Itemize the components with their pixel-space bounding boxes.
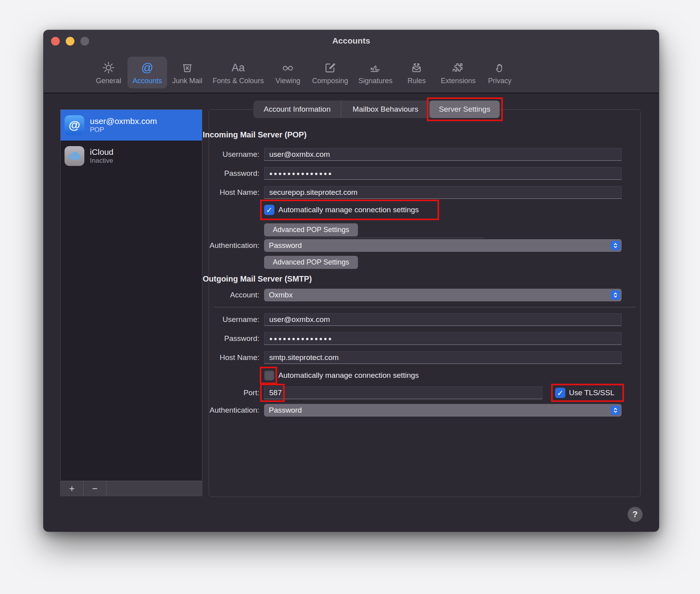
incoming-hostname-input[interactable]: securepop.siteprotect.com [264,186,622,199]
outgoing-account-select[interactable]: Oxmbx [264,289,622,301]
use-tls-ssl-checkbox[interactable]: ✓ [555,388,565,398]
outgoing-port-row: Port: 587 [162,386,622,399]
incoming-authentication-row: Authentication: Password [162,239,622,252]
at-icon: @ [141,61,153,75]
toolbar-item-viewing[interactable]: Viewing [269,57,307,88]
window-title: Accounts [44,36,659,46]
toolbar-item-extensions[interactable]: Extensions [436,57,481,88]
incoming-username-label: Username: [162,150,259,159]
account-subtitle: Inactive [90,157,114,165]
outgoing-authentication-value: Password [269,406,302,415]
toolbar-item-rules[interactable]: Rules [398,57,436,88]
outgoing-hostname-label: Host Name: [162,353,259,362]
outgoing-password-label: Password: [162,334,259,343]
toolbar-item-composing[interactable]: Composing [307,57,353,88]
chevron-up-down-icon [611,241,620,250]
outgoing-password-input[interactable]: ●●●●●●●●●●●●●● [264,332,622,345]
toolbar-item-fonts-colours[interactable]: Aa Fonts & Colours [207,57,269,88]
outgoing-authentication-row: Authentication: Password [162,404,622,417]
advanced-pop-settings-button-1[interactable]: Advanced POP Settings [264,223,358,236]
sidebar-bar-filler [107,481,202,496]
outgoing-username-input[interactable]: user@oxmbx.com [264,313,622,326]
tab-account-information[interactable]: Account Information [253,101,341,118]
outgoing-section-heading: Outgoing Mail Server (SMTP) [203,272,312,285]
outgoing-account-label: Account: [162,291,259,299]
titlebar-toolbar: Accounts General @ Accounts Junk Mail Aa [44,30,659,93]
gear-icon [102,61,115,75]
toolbar-item-privacy[interactable]: Privacy [481,57,519,88]
toolbar-item-accounts[interactable]: @ Accounts [127,57,167,88]
toolbar-label: Rules [407,77,426,85]
outgoing-authentication-select[interactable]: Password [264,404,622,417]
chevron-up-down-icon [611,290,620,300]
account-row-oxmbx[interactable]: @ user@oxmbx.com POP [61,110,202,141]
outgoing-authentication-label: Authentication: [162,406,259,415]
incoming-username-input[interactable]: user@oxmbx.com [264,148,622,161]
outgoing-auto-manage-label: Automatically manage connection settings [278,371,419,380]
outgoing-hostname-input[interactable]: smtp.siteprotect.com [264,351,622,364]
account-title: iCloud [90,147,114,157]
toolbar-item-signatures[interactable]: Signatures [353,57,398,88]
use-tls-ssl-group: ✓ Use TLS/SSL [555,386,614,399]
incoming-auto-manage-label: Automatically manage connection settings [278,206,419,214]
tab-mailbox-behaviours[interactable]: Mailbox Behaviours [341,101,430,118]
incoming-password-row: Password: ●●●●●●●●●●●●●● [162,167,622,180]
account-title: user@oxmbx.com [90,116,157,126]
toolbar-label: Privacy [488,77,512,85]
incoming-hostname-row: Host Name: securepop.siteprotect.com [162,186,622,199]
toolbar-label: Signatures [358,77,392,85]
toolbar-label: Junk Mail [172,77,202,85]
account-tabs: Account Information Mailbox Behaviours S… [253,101,500,118]
outgoing-password-row: Password: ●●●●●●●●●●●●●● [162,332,622,345]
use-tls-ssl-label: Use TLS/SSL [569,388,614,397]
toolbar-label: Accounts [133,77,162,85]
outgoing-username-label: Username: [162,315,259,324]
outgoing-username-row: Username: user@oxmbx.com [162,313,622,326]
toolbar-item-general[interactable]: General [89,57,127,88]
advanced-pop-settings-button-2[interactable]: Advanced POP Settings [264,256,358,269]
icloud-cloud-icon [65,146,84,166]
junk-bin-icon [181,61,194,75]
puzzle-icon [452,61,464,75]
accounts-preferences-window: Accounts General @ Accounts Junk Mail Aa [44,30,659,531]
toolbar-label: Composing [312,77,348,85]
chevron-up-down-icon [611,406,620,415]
add-account-button[interactable]: + [61,481,84,496]
fonts-aa-icon: Aa [232,61,245,75]
toolbar-item-junk-mail[interactable]: Junk Mail [167,57,207,88]
incoming-section-heading: Incoming Mail Server (POP) [203,128,306,141]
advanced-pop-settings-row-2: Advanced POP Settings [264,256,358,269]
outgoing-account-value: Oxmbx [269,291,293,299]
compose-icon [324,61,337,75]
at-account-icon: @ [65,115,84,135]
desktop-background: { "window": { "title": "Accounts" }, "to… [0,0,700,594]
rules-envelope-icon [410,61,423,75]
separator-line [264,238,484,238]
toolbar-label: Fonts & Colours [213,77,264,85]
help-button[interactable]: ? [628,507,643,522]
outgoing-hostname-row: Host Name: smtp.siteprotect.com [162,351,622,364]
tab-server-settings[interactable]: Server Settings [430,101,500,118]
incoming-auto-manage-row: ✓ Automatically manage connection settin… [264,203,419,217]
toolbar-label: Viewing [276,77,301,85]
outgoing-port-label: Port: [162,388,259,397]
glasses-icon [281,61,295,75]
preferences-toolbar: General @ Accounts Junk Mail Aa Fonts & … [89,57,519,88]
separator-line [214,307,635,307]
incoming-auto-manage-checkbox[interactable]: ✓ [264,205,274,215]
incoming-password-label: Password: [162,169,259,178]
outgoing-port-input[interactable]: 587 [264,386,542,399]
toolbar-label: General [96,77,121,85]
toolbar-label: Extensions [441,77,476,85]
incoming-password-input[interactable]: ●●●●●●●●●●●●●● [264,167,622,180]
incoming-authentication-label: Authentication: [162,241,259,250]
advanced-pop-settings-row-1: Advanced POP Settings [264,223,358,236]
sidebar-bottom-bar: + − [61,481,202,496]
incoming-authentication-select[interactable]: Password [264,239,622,252]
outgoing-auto-manage-row: Automatically manage connection settings [264,368,419,383]
remove-account-button[interactable]: − [84,481,107,496]
outgoing-auto-manage-checkbox[interactable] [264,370,274,381]
incoming-hostname-label: Host Name: [162,188,259,197]
incoming-username-row: Username: user@oxmbx.com [162,148,622,161]
incoming-authentication-value: Password [269,241,302,250]
